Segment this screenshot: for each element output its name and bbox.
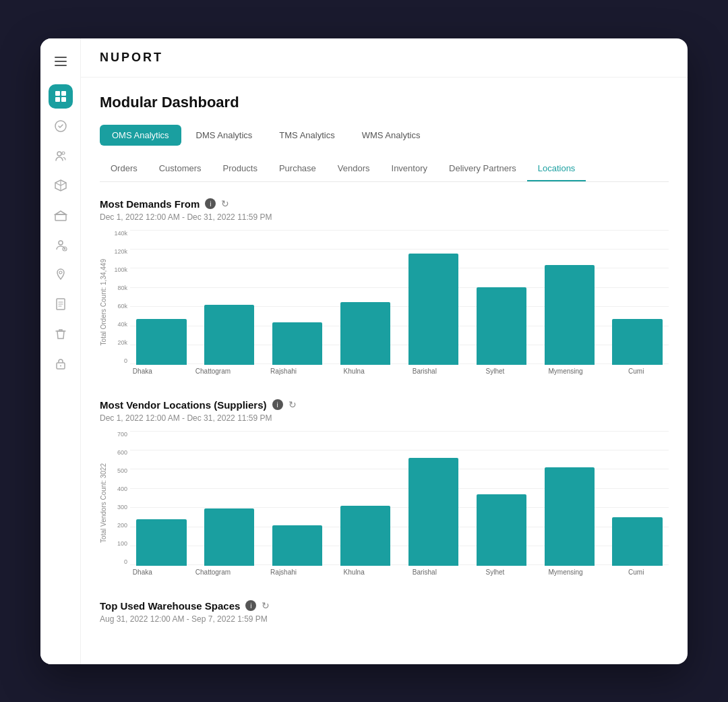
vendors-chart-section: Most Vendor Locations (Suppliers) i ↻ De… <box>100 399 669 576</box>
vendor-x-label-dhaka: Dhaka <box>110 568 175 576</box>
subnav-products[interactable]: Products <box>212 156 268 181</box>
vendors-chart-inner: 700 600 500 400 300 200 100 0 <box>110 431 669 576</box>
main-content: NUPORT Modular Dashboard OMS Analytics D… <box>81 38 688 664</box>
y-label-100k: 100k <box>114 266 127 273</box>
suppliers-nav-icon[interactable] <box>49 233 73 257</box>
vendor-bar-cumi[interactable] <box>612 517 662 565</box>
demands-chart-title: Most Demands From <box>100 198 200 210</box>
svg-point-13 <box>59 271 62 274</box>
vendor-bar-khulna[interactable] <box>340 506 390 566</box>
subnav-purchase[interactable]: Purchase <box>268 156 327 181</box>
svg-rect-0 <box>55 57 67 58</box>
v-y-label-200: 200 <box>117 522 127 529</box>
x-label-rajshahi: Rajshahi <box>251 368 316 375</box>
warehouse-refresh-icon[interactable]: ↻ <box>262 600 270 611</box>
trash-nav-icon[interactable] <box>49 322 73 346</box>
products-nav-icon[interactable] <box>49 173 73 198</box>
vendor-bar-mymensing[interactable] <box>545 467 595 566</box>
reports-nav-icon[interactable] <box>49 292 73 316</box>
vendors-y-axis-label: Total Vendors Count: 3022 <box>100 463 107 543</box>
subnav-locations[interactable]: Locations <box>527 156 586 181</box>
svg-rect-10 <box>55 214 66 221</box>
bar-dhaka[interactable] <box>136 319 186 364</box>
vendor-bar-group <box>334 431 397 566</box>
demands-y-axis-label: Total Orders Count: 1,34,449 <box>100 259 107 345</box>
vendor-bar-group <box>470 431 533 566</box>
svg-point-9 <box>62 152 65 154</box>
bar-sylhet[interactable] <box>477 287 526 364</box>
bar-group <box>266 230 329 365</box>
customers-nav-icon[interactable] <box>49 144 73 168</box>
bar-rajshahi[interactable] <box>272 322 322 365</box>
vendor-x-label-chattogram: Chattogram <box>181 568 246 576</box>
x-label-khulna: Khulna <box>322 368 387 375</box>
dashboard-nav-icon[interactable] <box>49 84 73 109</box>
svg-rect-2 <box>55 65 67 66</box>
content-area: Modular Dashboard OMS Analytics DMS Anal… <box>81 78 688 664</box>
vendor-bar-rajshahi[interactable] <box>272 525 322 566</box>
bar-group <box>402 230 465 365</box>
bar-group <box>334 230 397 365</box>
subnav-orders[interactable]: Orders <box>100 156 148 181</box>
bar-khulna[interactable] <box>340 302 390 365</box>
subnav-vendors[interactable]: Vendors <box>327 156 381 181</box>
v-y-label-500: 500 <box>117 467 127 474</box>
x-label-cumi: Cumi <box>603 368 669 375</box>
tab-wms-analytics[interactable]: WMS Analytics <box>350 125 433 146</box>
warehouse-chart-date: Aug 31, 2022 12:00 AM - Sep 7, 2022 1:59… <box>100 614 669 624</box>
bar-chattogram[interactable] <box>204 305 254 365</box>
bar-cumi[interactable] <box>612 319 662 364</box>
vendor-bar-chattogram[interactable] <box>204 508 254 565</box>
y-label-0k: 0 <box>124 357 127 364</box>
topbar: NUPORT <box>81 38 688 78</box>
y-label-40k: 40k <box>117 321 127 328</box>
y-label-20k: 20k <box>117 339 127 346</box>
vendor-x-label-khulna: Khulna <box>322 568 387 576</box>
bar-group <box>606 230 669 365</box>
v-y-label-300: 300 <box>117 504 127 510</box>
tab-dms-analytics[interactable]: DMS Analytics <box>184 125 265 146</box>
svg-point-16 <box>60 365 61 366</box>
vendors-chart-title: Most Vendor Locations (Suppliers) <box>100 399 267 411</box>
v-y-label-100: 100 <box>117 540 127 547</box>
y-label-60k: 60k <box>117 303 127 310</box>
demands-refresh-icon[interactable]: ↻ <box>221 198 229 209</box>
vendor-x-label-barishal: Barishal <box>392 568 458 576</box>
location-nav-icon[interactable] <box>49 262 73 287</box>
vendor-bar-sylhet[interactable] <box>477 494 526 566</box>
subnav-inventory[interactable]: Inventory <box>381 156 438 181</box>
demands-chart-date: Dec 1, 2022 12:00 AM - Dec 31, 2022 11:5… <box>100 212 669 222</box>
subnav-customers[interactable]: Customers <box>148 156 212 181</box>
tab-tms-analytics[interactable]: TMS Analytics <box>267 125 346 146</box>
vendor-bar-group <box>130 431 193 566</box>
orders-nav-icon[interactable] <box>49 114 73 138</box>
demands-chart-container: Total Orders Count: 1,34,449 140k 120k 1… <box>100 230 669 375</box>
logo: NUPORT <box>100 51 163 65</box>
warehouse-chart-section: Top Used Warehouse Spaces i ↻ Aug 31, 20… <box>100 600 669 624</box>
svg-rect-6 <box>61 97 66 102</box>
vendors-refresh-icon[interactable]: ↻ <box>289 399 297 410</box>
vendor-bar-barishal[interactable] <box>408 458 458 566</box>
tab-oms-analytics[interactable]: OMS Analytics <box>100 125 181 146</box>
svg-rect-1 <box>55 61 67 62</box>
warehouse-info-icon[interactable]: i <box>245 600 256 611</box>
vendor-bar-dhaka[interactable] <box>136 519 186 566</box>
x-label-dhaka: Dhaka <box>110 368 175 375</box>
vendor-bar-group <box>606 431 669 566</box>
bar-barishal[interactable] <box>408 254 458 364</box>
vendor-x-label-rajshahi: Rajshahi <box>251 568 316 576</box>
warehouse-chart-header: Top Used Warehouse Spaces i ↻ <box>100 600 669 612</box>
vendor-bar-group <box>538 431 601 566</box>
x-label-sylhet: Sylhet <box>462 368 528 375</box>
warehouse-nav-icon[interactable] <box>49 203 73 227</box>
menu-button[interactable] <box>49 49 73 74</box>
x-label-chattogram: Chattogram <box>181 368 246 375</box>
bar-mymensing[interactable] <box>545 265 595 364</box>
subnav-delivery-partners[interactable]: Delivery Partners <box>438 156 527 181</box>
bar-group <box>198 230 261 365</box>
lock-nav-icon[interactable] <box>49 351 73 376</box>
demands-info-icon[interactable]: i <box>205 198 216 209</box>
demands-chart-header: Most Demands From i ↻ <box>100 198 669 210</box>
v-y-label-600: 600 <box>117 449 127 456</box>
vendors-info-icon[interactable]: i <box>272 399 283 410</box>
